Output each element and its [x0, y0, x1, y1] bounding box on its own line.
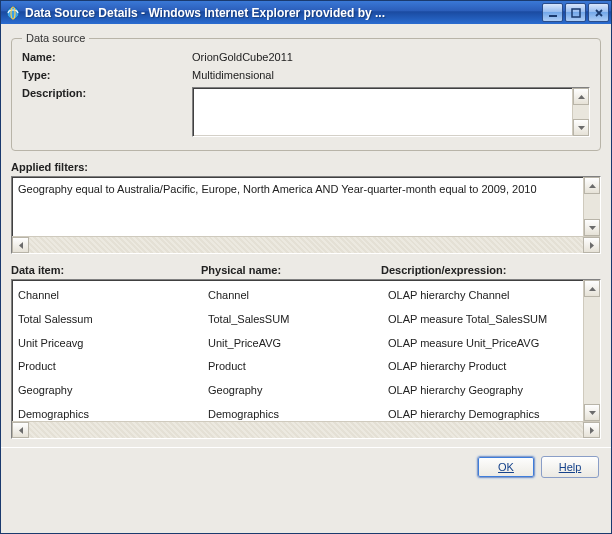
scroll-down-icon[interactable]: [584, 404, 600, 421]
applied-filters-pane: Geography equal to Australia/Pacific, Eu…: [11, 176, 601, 254]
svg-rect-3: [572, 9, 580, 17]
cell-data-item: Geography: [18, 381, 208, 401]
description-label: Description:: [22, 87, 192, 99]
ie-icon: [5, 5, 21, 21]
help-button[interactable]: Help: [541, 456, 599, 478]
scroll-up-icon[interactable]: [573, 88, 589, 105]
col-header-data-item: Data item:: [11, 264, 201, 276]
grid-hscroll[interactable]: [12, 421, 600, 438]
description-row: Description:: [22, 84, 590, 140]
cell-physical-name: Channel: [208, 286, 388, 306]
cell-description: OLAP measure Unit_PriceAVG: [388, 334, 577, 354]
cell-data-item: Product: [18, 357, 208, 377]
filters-hscroll[interactable]: [12, 236, 600, 253]
button-bar: OK Help: [11, 456, 601, 480]
table-row: ChannelChannelOLAP hierarchy Channel: [12, 284, 583, 308]
applied-filters-text: Geography equal to Australia/Pacific, Eu…: [12, 177, 583, 236]
titlebar: Data Source Details - Windows Internet E…: [1, 1, 611, 24]
cell-data-item: Unit Priceavg: [18, 334, 208, 354]
ok-button[interactable]: OK: [477, 456, 535, 478]
type-label: Type:: [22, 69, 192, 81]
col-header-physical-name: Physical name:: [201, 264, 381, 276]
grid-vscroll[interactable]: [583, 280, 600, 421]
table-row: Total SalessumTotal_SalesSUMOLAP measure…: [12, 308, 583, 332]
scroll-right-icon[interactable]: [583, 422, 600, 438]
cell-description: OLAP hierarchy Channel: [388, 286, 577, 306]
data-source-group: Data source Name: OrionGoldCube2011 Type…: [11, 32, 601, 151]
scroll-left-icon[interactable]: [12, 422, 29, 438]
cell-physical-name: Unit_PriceAVG: [208, 334, 388, 354]
table-row: GeographyGeographyOLAP hierarchy Geograp…: [12, 379, 583, 403]
group-legend: Data source: [22, 32, 89, 44]
close-button[interactable]: [588, 3, 609, 22]
description-value: [193, 88, 572, 136]
hscroll-track[interactable]: [29, 237, 583, 253]
client-area: Data source Name: OrionGoldCube2011 Type…: [1, 24, 611, 533]
scroll-down-icon[interactable]: [573, 119, 589, 136]
applied-filters-label: Applied filters:: [11, 161, 601, 173]
cell-data-item: Channel: [18, 286, 208, 306]
table-row: Unit PriceavgUnit_PriceAVGOLAP measure U…: [12, 332, 583, 356]
svg-rect-2: [549, 15, 557, 17]
grid-rows: ChannelChannelOLAP hierarchy ChannelTota…: [12, 280, 583, 421]
window-title: Data Source Details - Windows Internet E…: [25, 6, 542, 20]
cell-description: OLAP hierarchy Product: [388, 357, 577, 377]
separator: [1, 447, 611, 448]
cell-physical-name: Geography: [208, 381, 388, 401]
hscroll-track[interactable]: [29, 422, 583, 438]
table-row: ProductProductOLAP hierarchy Product: [12, 355, 583, 379]
svg-point-0: [7, 7, 19, 19]
table-row: DemographicsDemographicsOLAP hierarchy D…: [12, 403, 583, 421]
description-field-wrap: [192, 87, 590, 137]
name-row: Name: OrionGoldCube2011: [22, 48, 590, 66]
cell-description: OLAP hierarchy Geography: [388, 381, 577, 401]
scroll-up-icon[interactable]: [584, 280, 600, 297]
col-header-description: Description/expression:: [381, 264, 601, 276]
scroll-right-icon[interactable]: [583, 237, 600, 253]
data-items-pane: ChannelChannelOLAP hierarchy ChannelTota…: [11, 279, 601, 439]
cell-physical-name: Product: [208, 357, 388, 377]
cell-description: OLAP measure Total_SalesSUM: [388, 310, 577, 330]
description-textarea[interactable]: [192, 87, 590, 137]
grid-header: Data item: Physical name: Description/ex…: [11, 262, 601, 279]
filters-vscroll[interactable]: [583, 177, 600, 236]
description-vscroll[interactable]: [572, 88, 589, 136]
window-buttons: [542, 3, 609, 22]
minimize-button[interactable]: [542, 3, 563, 22]
maximize-button[interactable]: [565, 3, 586, 22]
scroll-up-icon[interactable]: [584, 177, 600, 194]
name-label: Name:: [22, 51, 192, 63]
cell-data-item: Demographics: [18, 405, 208, 421]
window: Data Source Details - Windows Internet E…: [0, 0, 612, 534]
cell-physical-name: Total_SalesSUM: [208, 310, 388, 330]
cell-data-item: Total Salessum: [18, 310, 208, 330]
name-value: OrionGoldCube2011: [192, 51, 590, 63]
scroll-down-icon[interactable]: [584, 219, 600, 236]
type-value: Multidimensional: [192, 69, 590, 81]
cell-description: OLAP hierarchy Demographics: [388, 405, 577, 421]
scroll-left-icon[interactable]: [12, 237, 29, 253]
cell-physical-name: Demographics: [208, 405, 388, 421]
type-row: Type: Multidimensional: [22, 66, 590, 84]
